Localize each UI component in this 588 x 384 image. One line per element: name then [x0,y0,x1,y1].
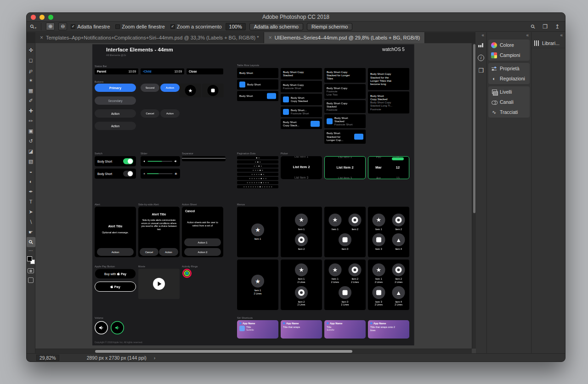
status-time: 10:09 [129,70,136,73]
horizontal-scroll-thumb[interactable] [95,350,352,353]
cube-panel-icon[interactable]: ❒ [477,66,486,75]
type-tool[interactable]: T [27,197,35,207]
star-icon: ★ [295,214,308,226]
collapse-dock-icon[interactable]: « [475,32,486,38]
line-tool[interactable]: ∖ [27,217,35,227]
checkbox-zoom-delle-finestre[interactable]: Zoom delle finestre [115,24,165,29]
section-label: Siri Shortcuts [237,316,253,319]
clone-stamp-tool[interactable]: ▣ [27,126,35,136]
eyedropper-tool[interactable]: ✐ [27,96,35,106]
table-row-sample: Body Short [237,79,278,90]
close-window-button[interactable] [31,15,36,20]
artboard[interactable]: Interface Elements - 44mm All Elements @… [92,45,414,345]
fill-screen-button[interactable]: Riempi schermo [307,23,352,30]
quick-selection-tool[interactable]: ✶ [27,75,35,85]
checkbox-box[interactable] [115,24,120,29]
square-icon [339,286,351,299]
panel-item-livelli[interactable]: Livelli [488,87,530,97]
vertical-scroll-thumb[interactable] [473,44,475,213]
document-canvas[interactable]: Interface Elements - 44mm All Elements @… [35,43,476,353]
sheet-action2-button: Action 2 [184,248,221,256]
minimize-window-button[interactable] [40,15,45,20]
document-tab-1[interactable]: ×Templates–App+Notifications+Complicatio… [35,32,264,43]
zoom-out-mode-button[interactable]: ⊖ [58,23,67,30]
menu-item-label: Item 1 2 Lines [331,277,339,283]
zoom-percent-field[interactable]: 100% [226,23,246,30]
dot [258,182,260,183]
tab-close-icon[interactable]: × [269,34,272,41]
menu-item-label: Item 4 2 Lines [395,300,402,306]
status-zoom-field[interactable]: 29,82% [36,355,59,361]
info-panel-icon[interactable]: i [477,53,486,62]
dodge-tool[interactable]: ◐ [27,176,35,186]
panel-item-tracciati[interactable]: ∿Tracciati [488,107,530,117]
color-swatches[interactable] [27,256,35,264]
checkbox-adatta-finestre[interactable]: ✓Adatta finestre [71,24,110,29]
crop-tool[interactable]: ▦ [27,85,35,96]
panel-item-campioni[interactable]: Campioni [488,50,530,60]
zoom-tool[interactable]: ⚲ [27,237,35,247]
apple-logo-icon [110,285,113,288]
menu-item: Item 2 [389,214,408,231]
collapse-dock-icon[interactable]: « [487,32,531,38]
card-body: TitleSubtitle [327,326,363,331]
checkbox-box[interactable]: ✓ [170,24,175,29]
document-tab-2[interactable]: ×UIElements–Series4–44mm.psd @ 29,8% (La… [264,32,425,43]
quick-mask-icon[interactable] [28,268,34,273]
search-icon[interactable]: ⚲ [530,23,537,30]
histogram-panel-icon[interactable] [477,40,486,49]
panel-item-canali[interactable]: Canali [488,97,530,107]
buy-with-apple-pay-button: Buy with Pay [95,269,136,279]
menu-item-label: Item 4 [395,248,402,251]
panel-item-regolazioni[interactable]: ◐Regolazioni [488,73,530,84]
path-selection-tool[interactable]: ➤ [27,207,35,217]
panel-item-colore[interactable]: Colore [488,40,530,50]
maximize-window-button[interactable] [48,15,53,20]
cancel-button-sample: Cancel [141,109,159,118]
paths-icon: ∿ [491,109,497,115]
panel-item-propriet[interactable]: Proprietà [488,63,530,73]
healing-brush-tool[interactable]: ✚ [27,106,35,116]
pagination-dots-sample [237,160,278,164]
zoom-tool-options-icon[interactable]: ⚲ ▾ [30,23,36,30]
marquee-tool[interactable]: ◻ [27,55,35,65]
table-row-sample: Body ShortStackedFootnote Short [324,114,366,128]
hand-tool[interactable]: ☛ [27,227,35,237]
workspace-switcher-icon[interactable]: ❐ [543,23,548,30]
tab-close-icon[interactable]: × [40,34,43,41]
titlebar[interactable]: Adobe Photoshop CC 2018 [27,13,565,22]
checkbox-box[interactable]: ✓ [71,24,75,29]
zoom-in-mode-button[interactable]: ⊕ [46,23,55,30]
horizontal-scrollbar[interactable] [35,349,472,353]
checkbox-zoom-a-scorrimento[interactable]: ✓Zoom a scorrimento [170,24,222,29]
screen-mode-icon[interactable] [28,277,34,283]
lasso-tool[interactable]: ℘ [27,65,35,75]
share-icon[interactable]: ↥ [555,23,560,30]
panel-label: Canali [500,99,514,105]
table-row-sample: Body ShortCopy Stacked [281,94,322,105]
panel-group: ColoreCampioni [488,40,530,61]
history-brush-tool[interactable]: ↺ [27,136,35,146]
adjustments-icon: ◐ [491,76,497,82]
gradient-tool[interactable]: ▧ [27,156,35,166]
brush-tool[interactable]: ✏ [27,116,35,126]
move-tool[interactable]: ✜ [27,45,35,55]
edit-toolbar-icon[interactable]: ⋯ [28,248,33,253]
blur-tool[interactable]: ◒ [27,166,35,176]
fit-screen-button[interactable]: Adatta allo schermo [249,23,303,30]
alert-cancel-button: Cancel [140,248,158,256]
status-chevron-icon[interactable]: › [154,355,156,361]
pen-tool[interactable]: ✒ [27,186,35,197]
vertical-scrollbar[interactable] [472,43,476,349]
collapse-dock-icon[interactable]: « [531,32,565,38]
list-accessory-icon [327,119,333,124]
foreground-color-swatch[interactable] [27,256,32,261]
eraser-tool[interactable]: ◪ [27,146,35,156]
action-sheet-sample: Cancel Action sheets ask the user to sel… [182,207,223,257]
dot [266,186,268,187]
row-text: Body ShortStacked forLonger Cop... [327,132,343,142]
action-button-sample: Action [95,122,136,130]
libraries-panel-tab[interactable]: Librari... [531,38,565,48]
dot [258,165,260,167]
row-text: Body Short CopyFootnoteLine Two [327,86,347,96]
